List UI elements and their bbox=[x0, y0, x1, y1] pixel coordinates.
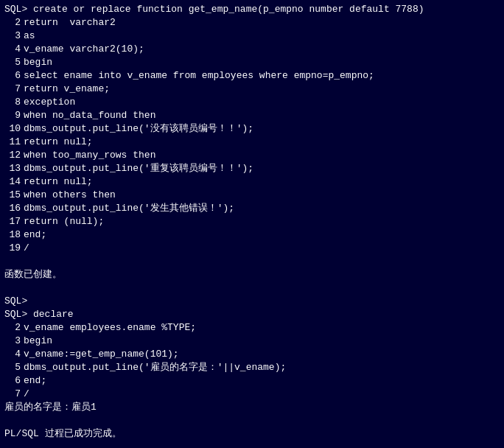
code-content: v_ename employees.ename %TYPE; bbox=[24, 321, 196, 335]
numbered-line: 6end; bbox=[4, 374, 500, 388]
blank-line bbox=[4, 255, 500, 268]
code-line: SQL> create or replace function get_emp_… bbox=[4, 3, 500, 16]
code-content: as bbox=[24, 29, 35, 43]
numbered-line: 5dbms_output.put_line('雇员的名字是：'||v_ename… bbox=[4, 361, 500, 374]
sql-prompt: SQL> bbox=[4, 295, 27, 308]
numbered-line: 4v_ename:=get_emp_name(101); bbox=[4, 348, 500, 361]
code-content: declare bbox=[33, 308, 74, 321]
code-content: begin bbox=[24, 335, 52, 348]
prompt-line: SQL> bbox=[4, 295, 500, 308]
blank-line bbox=[4, 414, 500, 427]
line-number: 5 bbox=[4, 361, 21, 374]
line-number: 9 bbox=[4, 109, 21, 122]
numbered-line: 15when others then bbox=[4, 189, 500, 202]
line-number: 19 bbox=[4, 242, 21, 255]
result-line: 雇员的名字是：雇员1 bbox=[4, 401, 500, 414]
code-content: when no_data_found then bbox=[24, 109, 155, 122]
code-content: dbms_output.put_line('没有该聘员编号！！'); bbox=[24, 122, 253, 136]
numbered-line: 7/ bbox=[4, 388, 500, 401]
numbered-line: 17return (null); bbox=[4, 215, 500, 228]
line-number: 3 bbox=[4, 335, 21, 348]
blank-line bbox=[4, 281, 500, 295]
code-content: end; bbox=[24, 374, 46, 388]
numbered-line: 9when no_data_found then bbox=[4, 109, 500, 122]
line-number: 6 bbox=[4, 374, 21, 388]
result-line: PL/SQL 过程已成功完成。 bbox=[4, 427, 500, 441]
numbered-line: 16dbms_output.put_line('发生其他错误！'); bbox=[4, 202, 500, 215]
line-number: 5 bbox=[4, 56, 21, 69]
line-number: 6 bbox=[4, 69, 21, 83]
code-line: SQL> declare bbox=[4, 308, 500, 321]
numbered-line: 4v_ename varchar2(10); bbox=[4, 43, 500, 56]
line-number: 15 bbox=[4, 189, 21, 202]
numbered-line: 6select ename into v_ename from employee… bbox=[4, 69, 500, 83]
numbered-line: 18end; bbox=[4, 228, 500, 242]
code-content: create or replace function get_emp_name(… bbox=[33, 3, 424, 16]
numbered-line: 12when too_many_rows then bbox=[4, 149, 500, 162]
sql-prompt: SQL> bbox=[4, 3, 33, 16]
code-content: exception bbox=[24, 96, 75, 109]
line-number: 12 bbox=[4, 149, 21, 162]
line-number: 4 bbox=[4, 348, 21, 361]
numbered-line: 8exception bbox=[4, 96, 500, 109]
code-content: dbms_output.put_line('发生其他错误！'); bbox=[24, 202, 234, 215]
line-number: 2 bbox=[4, 16, 21, 29]
numbered-line: 3as bbox=[4, 29, 500, 43]
code-content: when too_many_rows then bbox=[24, 149, 155, 162]
line-number: 18 bbox=[4, 228, 21, 242]
line-number: 16 bbox=[4, 202, 21, 215]
code-content: select ename into v_ename from employees… bbox=[24, 69, 374, 83]
numbered-line: 3begin bbox=[4, 335, 500, 348]
code-content: / bbox=[24, 242, 29, 255]
line-number: 11 bbox=[4, 136, 21, 149]
code-content: end; bbox=[24, 228, 46, 242]
numbered-line: 10dbms_output.put_line('没有该聘员编号！！'); bbox=[4, 122, 500, 136]
line-number: 7 bbox=[4, 388, 21, 401]
code-content: when others then bbox=[24, 189, 116, 202]
code-content: v_ename varchar2(10); bbox=[24, 43, 144, 56]
sql-prompt: SQL> bbox=[4, 308, 33, 321]
line-number: 3 bbox=[4, 29, 21, 43]
numbered-line: 14return null; bbox=[4, 175, 500, 189]
numbered-line: 5begin bbox=[4, 56, 500, 69]
line-number: 10 bbox=[4, 122, 21, 136]
numbered-line: 2return varchar2 bbox=[4, 16, 500, 29]
numbered-line: 7return v_ename; bbox=[4, 83, 500, 96]
numbered-line: 19/ bbox=[4, 242, 500, 255]
code-content: return varchar2 bbox=[24, 16, 116, 29]
line-number: 13 bbox=[4, 162, 21, 175]
line-number: 8 bbox=[4, 96, 21, 109]
terminal-window: SQL> create or replace function get_emp_… bbox=[0, 0, 504, 448]
numbered-line: 13dbms_output.put_line('重复该聘员编号！！'); bbox=[4, 162, 500, 175]
result-line: 函数已创建。 bbox=[4, 268, 500, 281]
code-content: return (null); bbox=[24, 215, 104, 228]
code-content: return null; bbox=[24, 175, 93, 189]
code-content: / bbox=[24, 388, 29, 401]
code-content: return null; bbox=[24, 136, 93, 149]
line-number: 4 bbox=[4, 43, 21, 56]
code-content: return v_ename; bbox=[24, 83, 110, 96]
code-content: dbms_output.put_line('重复该聘员编号！！'); bbox=[24, 162, 253, 175]
code-content: v_ename:=get_emp_name(101); bbox=[24, 348, 179, 361]
line-number: 14 bbox=[4, 175, 21, 189]
line-number: 7 bbox=[4, 83, 21, 96]
code-content: dbms_output.put_line('雇员的名字是：'||v_ename)… bbox=[24, 361, 286, 374]
line-number: 17 bbox=[4, 215, 21, 228]
numbered-line: 11return null; bbox=[4, 136, 500, 149]
line-number: 2 bbox=[4, 321, 21, 335]
numbered-line: 2v_ename employees.ename %TYPE; bbox=[4, 321, 500, 335]
code-content: begin bbox=[24, 56, 52, 69]
